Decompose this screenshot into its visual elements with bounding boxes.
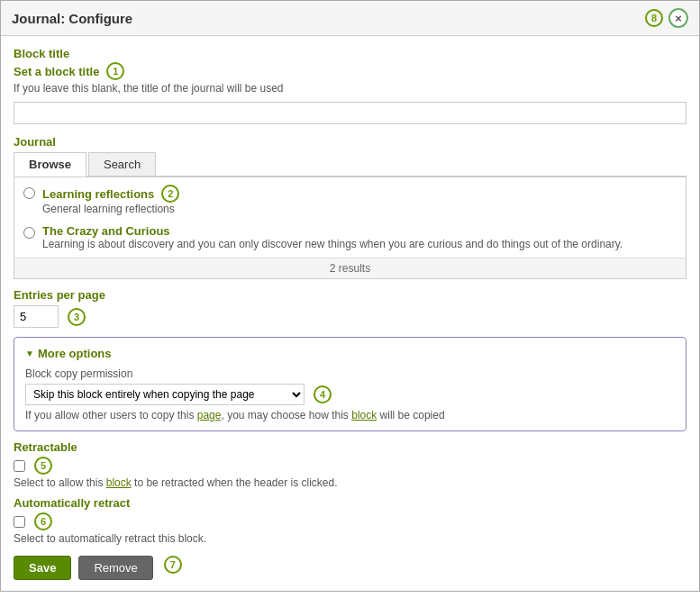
journal-label: Journal (14, 135, 686, 149)
more-options-toggle[interactable]: ▼ More options (25, 347, 675, 360)
journal-item-1-title: Learning reflections (42, 187, 154, 201)
auto-retract-label: Automatically retract (14, 496, 686, 510)
step-6-circle: 6 (34, 512, 52, 530)
journal-item-1-desc: General learning reflections (42, 203, 179, 215)
journal-item-2: The Crazy and Curious Learning is about … (23, 224, 677, 250)
block-title-label: Block title (14, 47, 686, 60)
journal-tabs: Browse Search (14, 152, 686, 177)
retractable-label: Retractable (14, 440, 686, 454)
step-5-circle: 5 (34, 457, 52, 475)
step-2-circle: 2 (161, 185, 179, 203)
step-1-circle: 1 (106, 62, 124, 80)
results-bar: 2 results (14, 258, 686, 278)
save-button[interactable]: Save (14, 556, 71, 580)
chevron-down-icon: ▼ (25, 349, 34, 358)
journal-item-2-desc: Learning is about discovery and you can … (42, 238, 623, 250)
entries-group: Entries per page 3 (14, 288, 686, 328)
dialog-body: Block title Set a block title 1 If you l… (1, 36, 699, 591)
auto-retract-help: Select to automatically retract this blo… (14, 532, 686, 545)
remove-button[interactable]: Remove (78, 556, 152, 580)
step-8-circle: 8 (645, 9, 663, 27)
block-title-input[interactable] (14, 102, 686, 124)
close-button[interactable]: × (668, 8, 688, 28)
auto-retract-section: Automatically retract 6 Select to automa… (14, 496, 686, 545)
more-options-content: Block copy permission Skip this block en… (25, 367, 675, 421)
journal-item-1: Learning reflections 2 General learning … (23, 185, 677, 215)
tab-search[interactable]: Search (88, 152, 156, 176)
block-title-group: Block title Set a block title 1 If you l… (14, 47, 686, 126)
copy-select[interactable]: Skip this block entirely when copying th… (25, 384, 305, 405)
block-title-help-link[interactable]: Set a block title (14, 65, 99, 78)
copy-block-link[interactable]: block (351, 409, 377, 421)
step-3-circle: 3 (68, 308, 86, 326)
journal-radio-2[interactable] (23, 227, 35, 239)
block-title-help-text: If you leave this blank, the title of th… (14, 82, 686, 95)
journal-list-container: Learning reflections 2 General learning … (14, 177, 686, 279)
copy-page-link[interactable]: page (197, 409, 222, 421)
step-7-circle: 7 (164, 556, 182, 574)
button-row: Save Remove 7 (14, 556, 686, 580)
dialog-title: Journal: Configure (12, 11, 132, 26)
entries-label: Entries per page (14, 288, 686, 302)
tab-browse[interactable]: Browse (14, 152, 86, 177)
journal-item-2-title: The Crazy and Curious (42, 224, 170, 238)
more-options-section: ▼ More options Block copy permission Ski… (14, 337, 686, 431)
retractable-help: Select to allow this block to be retract… (14, 476, 686, 489)
retractable-row: 5 (14, 457, 686, 475)
step-4-circle: 4 (314, 385, 332, 403)
auto-retract-row: 6 (14, 512, 686, 530)
retractable-checkbox[interactable] (14, 460, 25, 472)
journal-group: Journal Browse Search (14, 135, 686, 279)
retractable-block-link[interactable]: block (106, 476, 132, 489)
configure-dialog: Journal: Configure 8 × Block title Set a… (0, 0, 700, 592)
journal-list: Learning reflections 2 General learning … (14, 177, 686, 258)
retractable-section: Retractable 5 Select to allow this block… (14, 440, 686, 489)
more-options-label: More options (38, 347, 112, 360)
block-copy-label: Block copy permission (25, 367, 675, 380)
auto-retract-checkbox[interactable] (14, 516, 25, 528)
dialog-header: Journal: Configure 8 × (1, 1, 699, 36)
entries-input[interactable] (14, 305, 59, 328)
journal-radio-1[interactable] (23, 187, 35, 199)
copy-help-text: If you allow other users to copy this pa… (25, 409, 675, 421)
